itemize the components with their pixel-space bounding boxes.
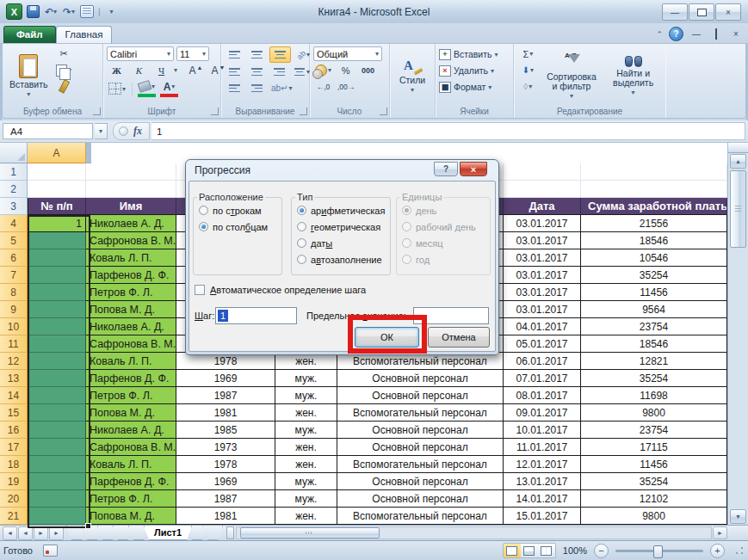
ribbon-tab[interactable] [215, 37, 232, 43]
cell-date[interactable]: 15.01.2017 [504, 508, 581, 525]
workbook-minimize-icon[interactable]: — [689, 29, 703, 39]
row-header[interactable]: 1 [0, 163, 28, 181]
find-select-button[interactable]: Найти и выделить ▾ [604, 46, 662, 106]
font-name-select[interactable]: Calibri▾ [107, 46, 174, 61]
redo-dropdown[interactable]: ▾ [71, 8, 75, 15]
macro-record-icon[interactable] [43, 545, 58, 557]
italic-button[interactable]: К [129, 63, 149, 77]
cell-dept[interactable]: Вспомогательный персонал [337, 508, 504, 525]
cell-year[interactable]: 1969 [176, 473, 275, 490]
cell-selected[interactable] [28, 370, 86, 387]
row-header[interactable]: 16 [0, 422, 28, 439]
delete-cells-button[interactable]: ×Удалить▾ [439, 63, 510, 78]
zoom-slider-thumb[interactable] [653, 545, 663, 558]
cell-date[interactable]: 08.01.2017 [504, 387, 581, 404]
copy-button[interactable]: ▾ [54, 63, 74, 77]
cell-salary[interactable]: 35254 [581, 473, 727, 490]
cell-dept[interactable]: Основной персонал [337, 370, 504, 387]
cell-dept[interactable]: Основной персонал [337, 422, 504, 439]
cell-date[interactable]: 04.01.2017 [504, 318, 581, 335]
percent-style-button[interactable]: % [336, 63, 355, 77]
cell-name[interactable]: Парфенов Д. Ф. [86, 473, 176, 490]
workbook-close-icon[interactable]: × [729, 29, 743, 39]
cell-gender[interactable]: муж. [275, 370, 337, 387]
cell-year[interactable]: 1987 [176, 490, 275, 508]
cell-gender[interactable]: муж. [275, 387, 337, 404]
row-header[interactable]: 4 [0, 215, 28, 232]
header-cell-number[interactable]: № п/п [28, 198, 86, 215]
align-bottom-button[interactable] [269, 46, 291, 63]
cell-date[interactable]: 11.01.2017 [504, 439, 581, 456]
first-sheet-button[interactable]: ◄ [3, 526, 17, 540]
cell-salary[interactable]: 9800 [581, 508, 727, 525]
increase-indent-button[interactable] [247, 81, 267, 95]
align-right-button[interactable] [269, 65, 289, 79]
row-header[interactable]: 5 [0, 232, 28, 249]
cell-name[interactable]: Коваль Л. П. [86, 353, 176, 370]
cell-year[interactable]: 1981 [176, 508, 275, 525]
fill-color-button[interactable]: ▾ [137, 79, 157, 98]
quick-table-button[interactable] [79, 4, 95, 20]
align-middle-button[interactable] [247, 47, 267, 62]
radio-autofill[interactable]: автозаполнение [297, 251, 385, 268]
ribbon-tab[interactable] [250, 37, 267, 43]
select-all-corner[interactable] [0, 143, 28, 163]
cell-name[interactable]: Коваль Л. П. [86, 249, 176, 267]
shrink-font-button[interactable]: А▼ [208, 63, 228, 77]
cell-salary[interactable]: 9800 [581, 404, 727, 422]
customize-qat-button[interactable]: ▾ [104, 4, 120, 20]
row-header[interactable]: 12 [0, 353, 28, 370]
comma-style-button[interactable]: 000 [358, 63, 378, 77]
cell-salary[interactable]: 10546 [581, 249, 727, 267]
fx-icon[interactable]: fx [133, 125, 142, 138]
limit-input[interactable] [413, 307, 489, 324]
row-header[interactable]: 14 [0, 387, 28, 404]
cell-name[interactable]: Петров Ф. Л. [86, 490, 176, 508]
checkbox-icon[interactable] [195, 285, 205, 295]
cell-selected[interactable] [28, 249, 86, 267]
cell-year[interactable]: 1981 [176, 404, 275, 422]
split-handle[interactable] [728, 143, 748, 153]
row-header[interactable]: 3 [0, 198, 28, 215]
excel-logo-icon[interactable]: X [6, 3, 22, 20]
ribbon-tab[interactable] [129, 37, 146, 43]
tab-scroll-splitter[interactable] [226, 526, 234, 539]
minimize-button[interactable]: — [662, 3, 688, 21]
radio-by-rows[interactable]: по строкам [199, 202, 276, 218]
decrease-indent-button[interactable] [225, 81, 244, 95]
zoom-slider[interactable] [615, 550, 703, 552]
page-break-view-button[interactable] [538, 544, 555, 557]
underline-dropdown-icon[interactable]: ▾ [174, 66, 177, 74]
cell-gender[interactable]: муж. [275, 490, 337, 508]
header-cell-salary[interactable]: Сумма заработной платы [581, 198, 727, 215]
undo-dropdown[interactable]: ▾ [53, 8, 57, 15]
cell-year[interactable]: 1987 [176, 387, 275, 404]
scroll-right-button[interactable]: ► [713, 526, 727, 539]
number-format-select[interactable]: Общий▾ [313, 46, 382, 61]
row-header[interactable]: 18 [0, 456, 28, 473]
restore-button[interactable] [689, 3, 714, 21]
radio-dates[interactable]: даты [297, 235, 385, 251]
insert-cells-button[interactable]: +Вставить▾ [439, 46, 510, 62]
cell-year[interactable]: 1969 [176, 370, 275, 387]
scroll-down-button[interactable]: ▼ [730, 509, 746, 524]
clipboard-dialog-launcher[interactable] [93, 108, 101, 115]
auto-step-checkbox-row[interactable]: Автоматическое определение шага [195, 285, 366, 295]
cell-gender[interactable]: жен. [275, 404, 337, 422]
name-box[interactable]: A4 [3, 123, 93, 139]
resize-grip[interactable] [733, 545, 745, 557]
cell-name[interactable]: Сафронова В. М. [86, 335, 176, 353]
ribbon-tab[interactable] [164, 37, 181, 43]
tab-home[interactable]: Главная [56, 26, 113, 43]
accounting-format-button[interactable]: ▾ [313, 63, 333, 77]
cell-date[interactable]: 07.01.2017 [504, 370, 581, 387]
ribbon-tab[interactable] [232, 37, 250, 43]
cell-dept[interactable]: Основной персонал [337, 473, 504, 490]
horizontal-scroll-thumb[interactable] [240, 527, 380, 538]
row-header[interactable]: 11 [0, 335, 28, 353]
zoom-in-button[interactable]: + [710, 544, 725, 558]
header-cell-date[interactable]: Дата [504, 198, 581, 215]
vertical-scroll-thumb[interactable] [730, 170, 746, 248]
cell-date[interactable]: 03.01.2017 [504, 232, 581, 249]
insert-sheet-button[interactable] [202, 526, 223, 540]
